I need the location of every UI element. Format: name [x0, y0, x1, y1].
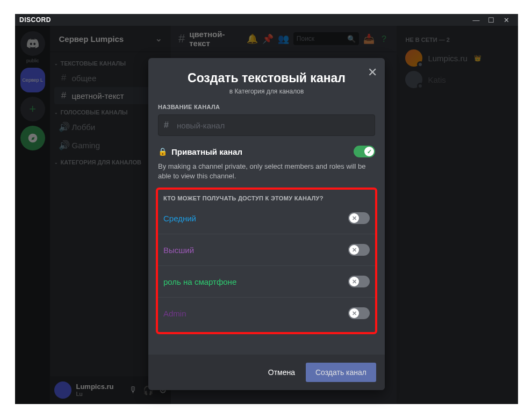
hash-lock-icon: #	[164, 120, 174, 130]
minimize-button[interactable]: —	[469, 16, 484, 24]
x-icon: ✕	[349, 277, 359, 286]
access-highlight: КТО МОЖЕТ ПОЛУЧАТЬ ДОСТУП К ЭТОМУ КАНАЛУ…	[156, 188, 377, 334]
maximize-button[interactable]: ☐	[484, 16, 499, 24]
role-name: Admin	[163, 309, 186, 318]
x-icon: ✕	[349, 245, 359, 255]
app-name: DISCORD	[19, 16, 469, 24]
role-row: Высший✕	[158, 234, 375, 265]
role-row: Admin✕	[158, 297, 375, 329]
private-toggle[interactable]: ✓	[354, 146, 375, 157]
role-row: роль на смартфоне✕	[158, 265, 375, 297]
x-icon: ✕	[349, 308, 359, 318]
private-description: By making a channel private, only select…	[158, 162, 375, 181]
role-row: Средний✕	[158, 205, 375, 234]
role-toggle[interactable]: ✕	[348, 307, 370, 319]
private-label: Приватный канал	[171, 147, 242, 156]
check-icon: ✓	[364, 147, 374, 156]
role-toggle[interactable]: ✕	[348, 244, 370, 256]
x-icon: ✕	[349, 213, 359, 223]
modal-subtitle: в Категория для каналов	[159, 88, 374, 95]
role-name: роль на смартфоне	[163, 277, 236, 286]
access-label: КТО МОЖЕТ ПОЛУЧАТЬ ДОСТУП К ЭТОМУ КАНАЛУ…	[158, 195, 375, 205]
role-toggle[interactable]: ✕	[348, 212, 370, 224]
create-channel-modal: ✕ Создать текстовый канал в Категория дл…	[148, 58, 385, 390]
close-modal-button[interactable]: ✕	[368, 66, 377, 80]
title-bar: DISCORD — ☐ ✕	[15, 14, 518, 26]
role-name: Высший	[163, 246, 194, 255]
private-channel-row: 🔒 Приватный канал ✓	[158, 146, 375, 157]
close-window-button[interactable]: ✕	[499, 16, 514, 24]
lock-icon: 🔒	[158, 147, 167, 156]
role-toggle[interactable]: ✕	[348, 276, 370, 287]
role-name: Средний	[163, 214, 196, 223]
modal-title: Создать текстовый канал	[159, 71, 374, 85]
channel-name-input[interactable]	[177, 121, 369, 130]
channel-name-input-wrapper: #	[158, 114, 375, 136]
cancel-button[interactable]: Отмена	[260, 363, 304, 382]
modal-footer: Отмена Создать канал	[148, 355, 385, 390]
channel-name-label: НАЗВАНИЕ КАНАЛА	[158, 104, 375, 110]
create-button[interactable]: Создать канал	[306, 363, 376, 382]
